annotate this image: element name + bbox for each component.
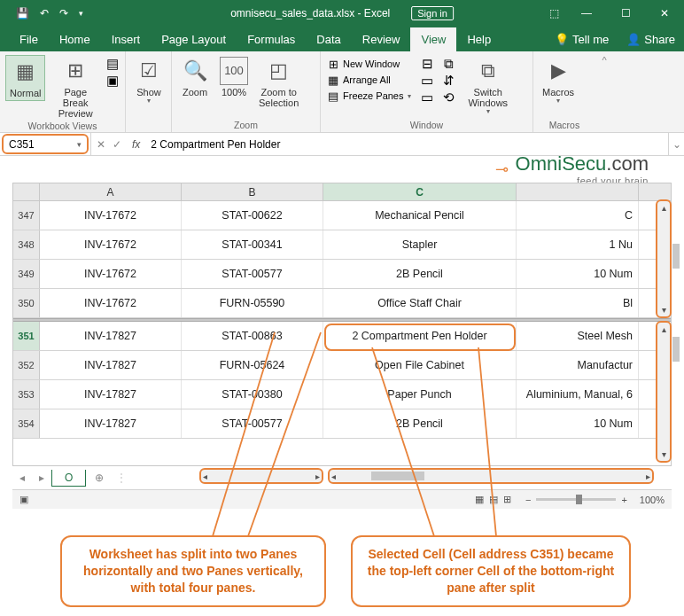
row-header[interactable]: 350 (13, 289, 40, 317)
tab-file[interactable]: File (9, 27, 49, 51)
col-header-A[interactable]: A (40, 183, 182, 200)
tab-view[interactable]: View (410, 27, 456, 51)
cell[interactable]: 2B Pencil (323, 260, 517, 288)
zoom-to-selection-button[interactable]: ◰ Zoom to Selection (255, 55, 302, 110)
scroll-down-icon[interactable]: ▾ (657, 449, 670, 459)
signin-button[interactable]: Sign in (411, 6, 454, 20)
side-by-side-icon[interactable]: ⧉ (441, 57, 455, 71)
unhide-icon[interactable]: ▭ (420, 90, 434, 105)
row-header[interactable]: 352 (13, 351, 40, 379)
cell[interactable]: Bl (517, 289, 639, 317)
cell[interactable]: Paper Punch (323, 380, 517, 409)
cell[interactable]: 1 Nu (517, 230, 639, 259)
macros-button[interactable]: ▶ Macros ▾ (539, 55, 578, 107)
col-header-B[interactable]: B (182, 183, 323, 200)
undo-icon[interactable]: ↶ (40, 7, 49, 19)
cell[interactable]: 2 Compartment Pen Holder (323, 322, 517, 350)
cell[interactable]: STAT-00341 (182, 230, 323, 259)
save-icon[interactable]: 💾 (16, 7, 29, 19)
cell[interactable]: INV-17827 (40, 351, 182, 379)
cell[interactable]: 10 Num (517, 409, 639, 438)
expand-formula-bar-icon[interactable]: ⌄ (668, 133, 684, 155)
close-icon[interactable]: ✕ (645, 0, 684, 27)
cell[interactable]: INV-17827 (40, 322, 182, 350)
switch-windows-button[interactable]: ⧉ Switch Windows ▾ (464, 55, 511, 118)
cancel-icon[interactable]: ✕ (97, 138, 105, 151)
cell[interactable]: Aluminium, Manual, 6 (517, 380, 639, 409)
tab-home[interactable]: Home (49, 27, 101, 51)
name-box[interactable] (9, 138, 62, 151)
col-header-C[interactable]: C (323, 183, 517, 200)
table-row[interactable]: 348 INV-17672 STAT-00341 Stapler 1 Nu (13, 230, 671, 260)
cell[interactable]: Manufactur (517, 351, 639, 379)
zoom-in-icon[interactable]: + (621, 495, 626, 505)
vscroll-thumb-bottom[interactable] (672, 337, 680, 362)
page-break-view-icon[interactable]: ⊞ (503, 494, 511, 505)
table-row[interactable]: 350 INV-17672 FURN-05590 Office Staff Ch… (13, 289, 671, 318)
normal-view-icon[interactable]: ▦ (475, 494, 484, 505)
collapse-ribbon-icon[interactable]: ^ (595, 51, 613, 132)
enter-icon[interactable]: ✓ (113, 138, 121, 151)
page-break-preview-button[interactable]: ⊞ Page Break Preview (49, 55, 102, 121)
reset-position-icon[interactable]: ⟲ (441, 90, 455, 105)
cell[interactable]: Mechanical Pencil (323, 201, 517, 230)
formula-input[interactable] (145, 133, 668, 155)
cell[interactable]: INV-17827 (40, 409, 182, 438)
col-header-D[interactable] (517, 183, 639, 200)
qat-customize-icon[interactable]: ▾ (79, 9, 83, 18)
vscroll-thumb-top[interactable] (672, 244, 680, 269)
table-row[interactable]: 349 INV-17672 STAT-00577 2B Pencil 10 Nu… (13, 260, 671, 289)
cell[interactable]: STAT-00622 (182, 201, 323, 230)
new-window-button[interactable]: ⊞New Window (326, 57, 411, 71)
minimize-icon[interactable]: — (567, 0, 606, 27)
sheet-tab[interactable]: O (51, 470, 86, 487)
page-layout-icon[interactable]: ▤ (105, 57, 120, 71)
tell-me[interactable]: 💡Tell me (546, 27, 618, 51)
cell[interactable]: INV-17672 (40, 289, 182, 317)
table-row[interactable]: 352 INV-17827 FURN-05624 Open File Cabin… (13, 351, 671, 380)
cell[interactable]: C (517, 201, 639, 230)
cell[interactable]: STAT-00380 (182, 380, 323, 409)
cell[interactable]: Stapler (323, 230, 517, 259)
add-sheet-icon[interactable]: ⊕ (86, 472, 113, 484)
scroll-up-icon[interactable]: ▴ (657, 203, 670, 213)
tab-help[interactable]: Help (456, 27, 501, 51)
cell[interactable]: INV-17672 (40, 260, 182, 288)
cell[interactable]: Steel Mesh (517, 322, 639, 350)
cell[interactable]: STAT-00577 (182, 409, 323, 438)
table-row[interactable]: 353 INV-17827 STAT-00380 Paper Punch Alu… (13, 380, 671, 409)
scroll-up-icon[interactable]: ▴ (657, 324, 670, 334)
hide-icon[interactable]: ▭ (420, 74, 434, 88)
vscroll-bottom-pane[interactable]: ▴ ▾ (656, 321, 672, 463)
scroll-down-icon[interactable]: ▾ (657, 305, 670, 315)
table-row[interactable]: 347 INV-17672 STAT-00622 Mechanical Penc… (13, 201, 671, 230)
cell[interactable]: Office Staff Chair (323, 289, 517, 317)
record-macro-icon[interactable]: ▣ (19, 494, 28, 505)
normal-view-button[interactable]: ▦ Normal (5, 55, 45, 101)
cell[interactable]: STAT-00577 (182, 260, 323, 288)
row-header[interactable]: 351 (13, 322, 40, 350)
custom-views-icon[interactable]: ▣ (105, 74, 120, 88)
cell[interactable]: 10 Num (517, 260, 639, 288)
table-row[interactable]: 351 INV-17827 STAT-00863 2 Compartment P… (13, 322, 671, 351)
row-header[interactable]: 347 (13, 201, 40, 230)
table-row[interactable]: 354 INV-17827 STAT-00577 2B Pencil 10 Nu… (13, 409, 671, 439)
row-header[interactable]: 349 (13, 260, 40, 288)
sync-scroll-icon[interactable]: ⇵ (441, 74, 455, 88)
freeze-panes-button[interactable]: ▤Freeze Panes▾ (326, 89, 411, 103)
row-header[interactable]: 354 (13, 409, 40, 438)
tab-review[interactable]: Review (352, 27, 411, 51)
zoom-100-button[interactable]: 100 100% (216, 55, 252, 99)
arrange-all-button[interactable]: ▦Arrange All (326, 73, 411, 87)
zoom-button[interactable]: 🔍 Zoom (177, 55, 213, 99)
cell[interactable]: FURN-05590 (182, 289, 323, 317)
vscroll-top-pane[interactable]: ▴ ▾ (656, 199, 672, 318)
row-header[interactable]: 353 (13, 380, 40, 409)
ribbon-display-options-icon[interactable]: ⬚ (540, 7, 567, 19)
share-button[interactable]: 👤Share (618, 27, 684, 51)
redo-icon[interactable]: ↷ (59, 7, 68, 19)
zoom-slider[interactable] (536, 498, 616, 501)
cell[interactable]: Open File Cabinet (323, 351, 517, 379)
tab-page-layout[interactable]: Page Layout (151, 27, 237, 51)
maximize-icon[interactable]: ☐ (606, 0, 645, 27)
